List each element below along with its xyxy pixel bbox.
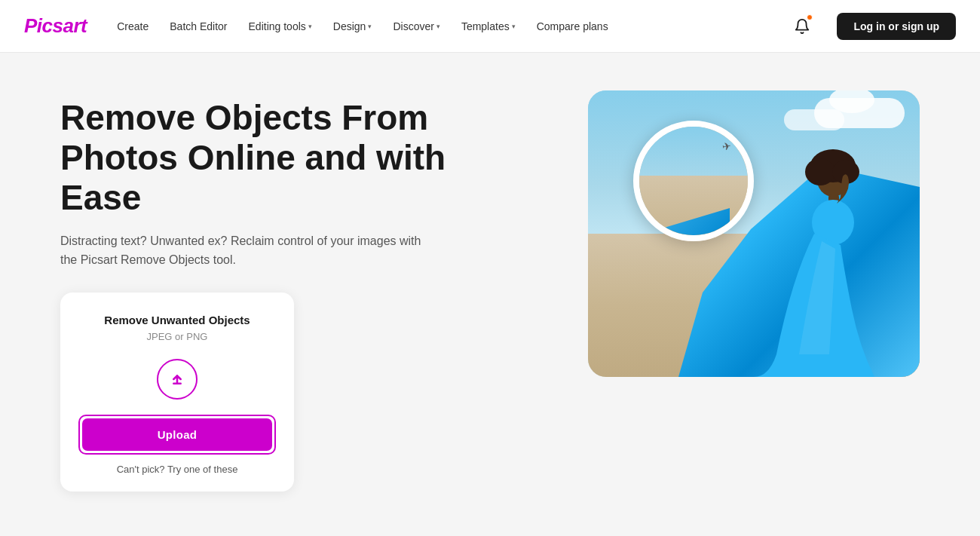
upload-button-wrapper: Upload bbox=[78, 415, 276, 455]
upload-card-file-types: JPEG or PNG bbox=[147, 331, 208, 342]
hero-content: Remove Objects From Photos Online and wi… bbox=[60, 98, 528, 492]
login-button[interactable]: Log in or sign up bbox=[837, 13, 956, 40]
hero-image: ✈ bbox=[588, 90, 920, 384]
airplane-icon: ✈ bbox=[721, 139, 733, 153]
notifications-bell[interactable] bbox=[789, 13, 816, 40]
woman-figure bbox=[754, 143, 874, 377]
nav-compare-plans[interactable]: Compare plans bbox=[537, 20, 608, 32]
upload-card: Remove Unwanted Objects JPEG or PNG Uplo… bbox=[60, 293, 294, 492]
nav-editing-tools[interactable]: Editing tools ▾ bbox=[249, 20, 312, 32]
notification-badge bbox=[807, 14, 813, 20]
nav-batch-editor[interactable]: Batch Editor bbox=[170, 20, 227, 32]
upload-card-title: Remove Unwanted Objects bbox=[104, 314, 250, 326]
chevron-down-icon: ▾ bbox=[436, 23, 440, 30]
cant-pick-text: Can't pick? Try one of these bbox=[117, 464, 238, 475]
hero-illustration: ✈ bbox=[588, 90, 920, 377]
upload-icon-button[interactable] bbox=[157, 359, 198, 400]
navbar: Picsart Create Batch Editor Editing tool… bbox=[0, 0, 980, 53]
nav-design[interactable]: Design ▾ bbox=[333, 20, 372, 32]
lens-circle-effect: ✈ bbox=[633, 121, 754, 241]
bell-icon bbox=[794, 18, 810, 35]
hero-subtitle: Distracting text? Unwanted ex? Reclaim c… bbox=[60, 231, 437, 270]
nav-discover[interactable]: Discover ▾ bbox=[393, 20, 439, 32]
cloud-decoration-2 bbox=[784, 109, 844, 130]
hero-section: Remove Objects From Photos Online and wi… bbox=[0, 53, 980, 536]
nav-templates[interactable]: Templates ▾ bbox=[461, 20, 516, 32]
chevron-down-icon: ▾ bbox=[308, 23, 312, 30]
logo[interactable]: Picsart bbox=[24, 14, 87, 38]
chevron-down-icon: ▾ bbox=[512, 23, 516, 30]
upload-button[interactable]: Upload bbox=[82, 418, 272, 451]
nav-create[interactable]: Create bbox=[117, 20, 149, 32]
upload-arrow-icon bbox=[167, 369, 188, 390]
hero-title: Remove Objects From Photos Online and wi… bbox=[60, 98, 528, 218]
svg-point-3 bbox=[805, 158, 835, 185]
lens-sky bbox=[639, 127, 748, 181]
chevron-down-icon: ▾ bbox=[368, 23, 372, 30]
